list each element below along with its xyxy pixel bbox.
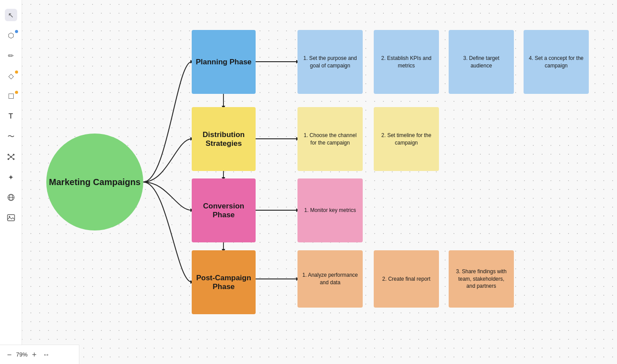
planning-card-2-label: 2. Establish KPIs and metrics xyxy=(378,55,435,70)
text-icon[interactable]: T xyxy=(5,110,17,123)
phase-conversion-label: Conversion Phase xyxy=(192,202,256,219)
svg-line-5 xyxy=(8,155,11,157)
distribution-card-2[interactable]: 2. Set timeline for the campaign xyxy=(374,107,439,171)
phase-distribution-label: Distribution Strategies xyxy=(192,130,256,148)
phase-conversion[interactable]: Conversion Phase xyxy=(192,178,256,242)
center-circle[interactable]: Marketing Campaigns xyxy=(46,134,143,230)
pencil-icon[interactable]: ✏ xyxy=(5,49,17,62)
postcampaign-card-2-label: 2. Create final report xyxy=(382,275,430,283)
distribution-card-2-label: 2. Set timeline for the campaign xyxy=(378,132,435,147)
sparkle-icon[interactable]: ✦ xyxy=(5,171,17,183)
globe-icon[interactable] xyxy=(5,191,17,204)
diamond-icon[interactable]: ◇ xyxy=(5,70,17,82)
distribution-card-1[interactable]: 1. Choose the channel for the campaign xyxy=(297,107,363,171)
brush-icon[interactable]: 〜 xyxy=(5,130,17,143)
phase-postcampaign-label: Post-Campaign Phase xyxy=(192,274,256,291)
postcampaign-card-2[interactable]: 2. Create final report xyxy=(374,250,439,308)
phase-planning[interactable]: Planning Phase xyxy=(192,30,256,94)
phase-planning-label: Planning Phase xyxy=(196,58,252,67)
conversion-card-1-label: 1. Monitor key metrics xyxy=(304,207,356,214)
svg-line-7 xyxy=(8,157,11,159)
postcampaign-card-3[interactable]: 3. Share findings with team, stakeholder… xyxy=(449,250,514,308)
network-icon[interactable] xyxy=(5,151,17,163)
svg-line-8 xyxy=(11,157,14,159)
center-circle-label: Marketing Campaigns xyxy=(49,177,141,187)
layers-icon[interactable]: ⬡ xyxy=(5,29,17,41)
zoom-level: 79% xyxy=(16,351,28,358)
sticky-icon[interactable]: ☐ xyxy=(5,90,17,102)
fit-to-screen-button[interactable]: ↔ xyxy=(43,351,50,359)
phase-distribution[interactable]: Distribution Strategies xyxy=(192,107,256,171)
sidebar: ↖ ⬡ ✏ ◇ ☐ T 〜 ✦ xyxy=(0,0,22,364)
planning-card-4[interactable]: 4. Set a concept for the campaign xyxy=(524,30,589,94)
planning-card-4-label: 4. Set a concept for the campaign xyxy=(528,55,584,70)
svg-point-13 xyxy=(9,216,10,217)
postcampaign-card-1[interactable]: 1. Analyze performance and data xyxy=(297,250,363,308)
conversion-card-1[interactable]: 1. Monitor key metrics xyxy=(297,178,363,242)
canvas: Marketing Campaigns Planning Phase Distr… xyxy=(22,0,617,364)
phase-postcampaign[interactable]: Post-Campaign Phase xyxy=(192,250,256,314)
cursor-icon[interactable]: ↖ xyxy=(5,9,17,21)
distribution-card-1-label: 1. Choose the channel for the campaign xyxy=(302,132,358,147)
bottom-toolbar: − 79% + ↔ xyxy=(0,345,79,364)
image-icon[interactable] xyxy=(5,212,17,224)
planning-card-1-label: 1. Set the purpose and goal of campaign xyxy=(302,55,358,70)
svg-line-6 xyxy=(11,155,14,157)
planning-card-1[interactable]: 1. Set the purpose and goal of campaign xyxy=(297,30,363,94)
planning-card-2[interactable]: 2. Establish KPIs and metrics xyxy=(374,30,439,94)
zoom-in-button[interactable]: + xyxy=(32,351,37,359)
zoom-out-button[interactable]: − xyxy=(7,351,12,359)
planning-card-3-label: 3. Define target audience xyxy=(453,55,509,70)
postcampaign-card-3-label: 3. Share findings with team, stakeholder… xyxy=(453,268,509,290)
svg-rect-12 xyxy=(7,215,15,221)
planning-card-3[interactable]: 3. Define target audience xyxy=(449,30,514,94)
postcampaign-card-1-label: 1. Analyze performance and data xyxy=(302,271,358,286)
